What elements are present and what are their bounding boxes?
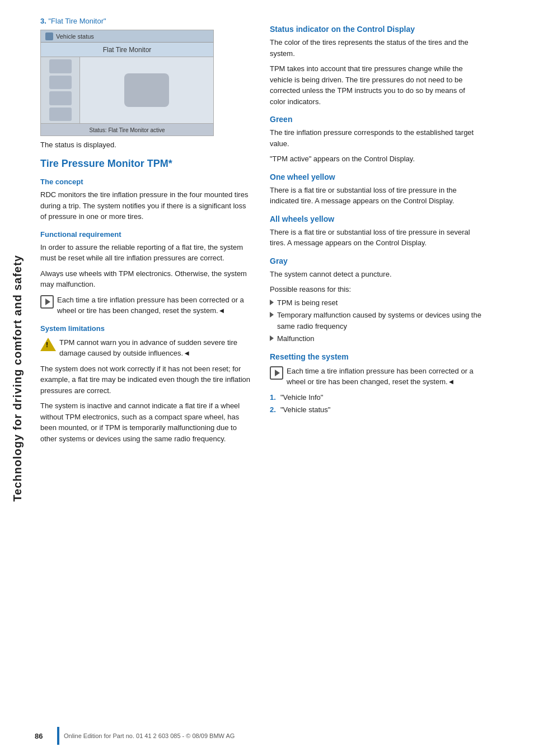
play-icon	[40, 295, 54, 309]
bullet-item-3: Malfunction	[270, 333, 483, 344]
green-title: Green	[270, 115, 483, 124]
functional-req-body1: In order to assure the reliable reportin…	[40, 242, 253, 264]
bullet-arrow-1	[270, 300, 274, 305]
resetting-steps: 1. "Vehicle Info" 2. "Vehicle status"	[270, 392, 483, 416]
warning-icon	[40, 338, 56, 352]
gray-title: Gray	[270, 256, 483, 265]
bullet-item-1: TPM is being reset	[270, 297, 483, 309]
resetting-note-text: Each time a tire inflation pressure has …	[287, 366, 483, 388]
bullet-text-3: Malfunction	[277, 333, 314, 344]
sidebar: Technology for driving comfort and safet…	[0, 0, 35, 756]
car-image	[124, 73, 169, 107]
bullet-item-2: Temporary malfunction caused by systems …	[270, 310, 483, 332]
screenshot-header: Vehicle status	[41, 30, 213, 43]
bullet-text-2: Temporary malfunction caused by systems …	[277, 310, 483, 332]
concept-title: The concept	[40, 178, 253, 186]
footer-text: Online Edition for Part no. 01 41 2 603 …	[64, 732, 235, 739]
screenshot-body	[41, 57, 213, 123]
bullet-arrow-3	[270, 335, 274, 341]
bullet-arrow-2	[270, 312, 274, 318]
status-indicator-title: Status indicator on the Control Display	[270, 25, 483, 34]
step-num-1: 1.	[270, 392, 278, 403]
page-container: Technology for driving comfort and safet…	[0, 0, 534, 756]
main-section-title: Tire Pressure Monitor TPM*	[40, 158, 253, 170]
step-num-2: 2.	[270, 404, 278, 416]
header-icon	[45, 32, 53, 40]
play-triangle	[45, 298, 50, 305]
main-content: 3. "Flat Tire Monitor" Vehicle status Fl…	[35, 0, 534, 756]
system-limits-body2: The system is inactive and cannot indica…	[40, 400, 253, 444]
functional-req-title: Functional requirement	[40, 230, 253, 239]
screenshot-menu-bar: Flat Tire Monitor	[41, 43, 213, 57]
step-item-1: 1. "Vehicle Info"	[270, 392, 483, 403]
system-limits-warning: TPM cannot warn you in advance of sudden…	[40, 337, 253, 359]
step-item-2: 2. "Vehicle status"	[270, 404, 483, 416]
footer-line	[57, 727, 59, 745]
step-3-number: 3. "Flat Tire Monitor"	[40, 17, 253, 25]
resetting-title: Resetting the system	[270, 352, 483, 361]
bullet-text-1: TPM is being reset	[277, 297, 338, 309]
system-limits-title: System limitations	[40, 324, 253, 333]
resetting-play-icon	[270, 366, 283, 380]
status-indicator-body1: The color of the tires represents the st…	[270, 37, 483, 59]
icon-2	[49, 76, 72, 90]
left-column: 3. "Flat Tire Monitor" Vehicle status Fl…	[40, 17, 253, 739]
functional-req-body2: Always use wheels with TPM electronics. …	[40, 268, 253, 290]
screenshot-car-area	[80, 57, 213, 123]
all-wheels-yellow-title: All wheels yellow	[270, 214, 483, 223]
sidebar-text: Technology for driving comfort and safet…	[11, 255, 24, 502]
screenshot-left-panel	[41, 57, 80, 123]
resetting-play-triangle	[275, 370, 280, 376]
step-text-1: "Vehicle Info"	[280, 392, 323, 403]
screenshot-footer-label: Status: Flat Tire Monitor active	[89, 127, 165, 133]
warning-triangle	[40, 338, 56, 351]
green-body2: "TPM active" appears on the Control Disp…	[270, 153, 483, 165]
screenshot-menu-label: Flat Tire Monitor	[103, 46, 152, 54]
right-column: Status indicator on the Control Display …	[270, 17, 483, 739]
status-text: The status is displayed.	[40, 141, 253, 149]
functional-req-note-text: Each time a tire inflation pressure has …	[57, 295, 253, 316]
status-indicator-body2: TPM takes into account that tire pressur…	[270, 63, 483, 107]
all-wheels-yellow-body: There is a flat tire or substantial loss…	[270, 227, 483, 249]
functional-req-note: Each time a tire inflation pressure has …	[40, 295, 253, 316]
system-limits-body1: The system does not work correctly if it…	[40, 363, 253, 396]
icon-4	[49, 108, 72, 122]
gray-sub-label: Possible reasons for this:	[270, 284, 483, 295]
step-number-label: 3.	[40, 17, 46, 25]
screenshot-footer: Status: Flat Tire Monitor active	[41, 123, 213, 136]
vehicle-status-screenshot: Vehicle status Flat Tire Monitor	[40, 30, 214, 136]
step-text-2: "Vehicle status"	[280, 404, 330, 416]
step-label: "Flat Tire Monitor"	[48, 17, 106, 25]
one-wheel-yellow-title: One wheel yellow	[270, 172, 483, 181]
system-limits-warning-text: TPM cannot warn you in advance of sudden…	[59, 337, 253, 359]
gray-body: The system cannot detect a puncture.	[270, 269, 483, 280]
icon-1	[49, 59, 72, 73]
icon-3	[49, 91, 72, 105]
gray-bullet-list: TPM is being reset Temporary malfunction…	[270, 297, 483, 344]
page-number: 86	[35, 732, 57, 740]
page-footer: 86 Online Edition for Part no. 01 41 2 6…	[35, 727, 534, 745]
resetting-note: Each time a tire inflation pressure has …	[270, 366, 483, 388]
concept-body: RDC monitors the tire inflation pressure…	[40, 189, 253, 222]
green-body1: The tire inflation pressure corresponds …	[270, 127, 483, 149]
screenshot-header-label: Vehicle status	[56, 33, 94, 40]
one-wheel-yellow-body: There is a flat tire or substantial loss…	[270, 185, 483, 207]
